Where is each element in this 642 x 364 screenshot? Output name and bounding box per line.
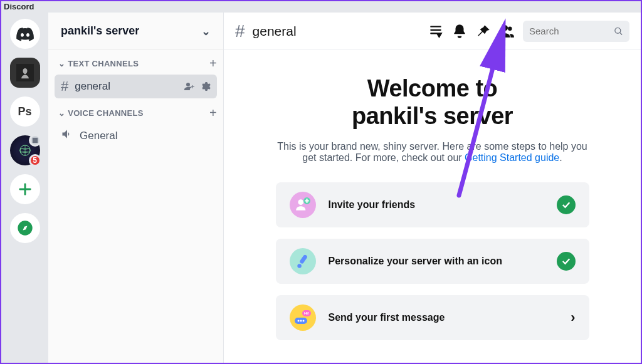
members-icon[interactable]	[499, 23, 515, 39]
pin-icon[interactable]	[475, 23, 492, 39]
notification-badge: 5	[29, 154, 41, 167]
threads-icon[interactable]	[428, 23, 444, 39]
card-invite-friends[interactable]: Invite your friends	[276, 182, 589, 227]
server-avatar-1[interactable]	[10, 58, 40, 88]
explore-button[interactable]	[10, 213, 40, 243]
svg-point-8	[297, 264, 302, 269]
welcome-title: Welcome to pankil's server	[236, 75, 628, 130]
avatar-placeholder-icon	[16, 64, 34, 81]
svg-text:Hi!: Hi!	[304, 311, 309, 315]
add-server-button[interactable]	[10, 174, 40, 204]
chevron-down-icon: ⌄	[58, 59, 68, 68]
getting-started-link[interactable]: Getting Started guide	[465, 152, 559, 163]
message-icon: Hi!	[290, 304, 316, 331]
channel-topbar: # general	[224, 13, 641, 50]
svg-point-13	[300, 320, 302, 322]
card-label: Personalize your server with an icon	[329, 256, 502, 267]
voice-channel-name: General	[80, 130, 117, 142]
server-header[interactable]: pankil's server ⌄	[48, 13, 223, 50]
card-personalize-server[interactable]: Personalize your server with an icon	[276, 239, 589, 284]
svg-rect-3	[32, 138, 37, 143]
invite-icon	[290, 192, 316, 218]
search-icon	[614, 26, 623, 37]
topbar-channel-name: general	[253, 24, 297, 39]
check-icon	[557, 252, 576, 271]
speaker-icon	[61, 128, 73, 143]
channel-general[interactable]: # general	[55, 75, 217, 98]
server-fifa[interactable]: 5	[10, 135, 40, 165]
status-indicator-icon	[29, 134, 41, 147]
create-invite-icon[interactable]	[184, 81, 194, 91]
add-voice-channel-button[interactable]: +	[209, 106, 217, 120]
chevron-down-icon: ⌄	[201, 24, 211, 38]
bell-icon[interactable]	[451, 23, 468, 39]
direct-messages-button[interactable]	[10, 19, 40, 49]
add-text-channel-button[interactable]: +	[209, 56, 217, 71]
chevron-right-icon: ›	[571, 309, 575, 326]
voice-channels-label: VOICE CHANNELS	[68, 108, 144, 118]
window-title: Discord	[1, 1, 641, 13]
svg-point-5	[298, 200, 303, 205]
gear-icon[interactable]	[201, 81, 211, 91]
text-channels-label: TEXT CHANNELS	[68, 59, 139, 68]
card-label: Invite your friends	[329, 199, 416, 211]
card-send-first-message[interactable]: Hi! Send your first message ›	[276, 295, 589, 340]
personalize-icon	[290, 248, 316, 274]
svg-rect-7	[299, 254, 308, 264]
server-name: pankil's server	[61, 24, 139, 38]
svg-point-14	[302, 320, 304, 322]
text-channels-header[interactable]: ⌄ TEXT CHANNELS +	[48, 50, 223, 73]
hash-icon: #	[235, 21, 245, 41]
search-box[interactable]	[523, 21, 629, 42]
server-rail: Ps 5	[1, 13, 48, 363]
check-icon	[557, 195, 576, 214]
channel-sidebar: pankil's server ⌄ ⌄ TEXT CHANNELS + # ge…	[48, 13, 224, 363]
plus-icon	[16, 180, 34, 198]
search-input[interactable]	[529, 26, 609, 36]
welcome-subtitle: This is your brand new, shiny server. He…	[270, 141, 596, 164]
server-ps-label: Ps	[18, 105, 31, 118]
discord-logo-icon	[16, 25, 34, 43]
card-label: Send your first message	[329, 312, 445, 323]
server-ps[interactable]: Ps	[10, 96, 40, 127]
compass-icon	[16, 219, 34, 237]
channel-name: general	[75, 80, 110, 93]
voice-channels-header[interactable]: ⌄ VOICE CHANNELS +	[48, 100, 223, 123]
svg-point-12	[297, 320, 299, 322]
welcome-content: Welcome to pankil's server This is your …	[224, 50, 641, 363]
main-panel: # general Welcome to pankil's server Thi…	[224, 13, 641, 363]
chevron-down-icon: ⌄	[58, 108, 68, 118]
hash-icon: #	[61, 78, 68, 95]
voice-channel-general[interactable]: General	[55, 124, 217, 147]
